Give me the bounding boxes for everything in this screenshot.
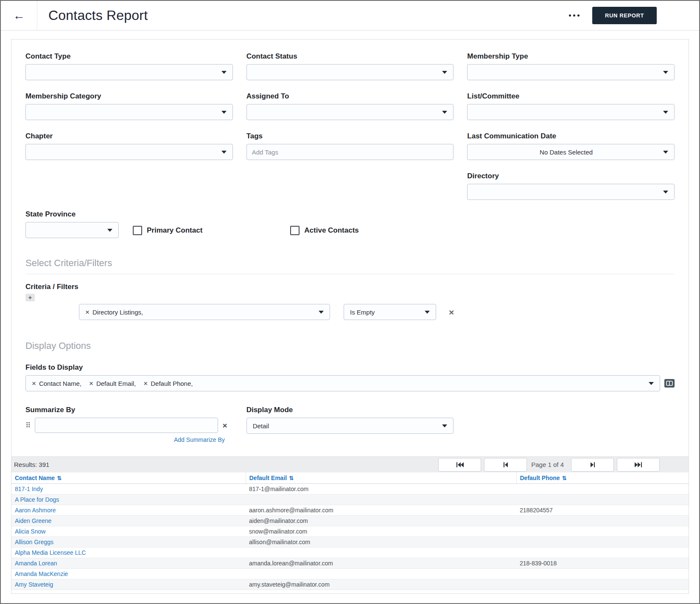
active-contacts-label: Active Contacts [304, 226, 358, 235]
contact-status-select[interactable] [246, 64, 454, 80]
contact-link[interactable]: Amanda Lorean [15, 560, 57, 567]
field-last-communication-date: Last Communication Date No Dates Selecte… [467, 132, 675, 160]
phone-cell [516, 484, 689, 494]
table-columns-icon [666, 381, 673, 386]
display-mode-select[interactable]: Detail [246, 418, 454, 434]
criteria-operator-select[interactable]: Is Empty [344, 304, 436, 320]
email-cell [246, 569, 516, 579]
email-cell: amanda.lorean@mailinator.com [246, 558, 516, 569]
chevron-down-icon [221, 111, 227, 114]
list-committee-select[interactable] [467, 104, 675, 120]
contact-link[interactable]: Amy Staveteig [15, 581, 53, 588]
field-membership-type: Membership Type [467, 52, 675, 80]
clear-summarize-icon[interactable]: × [222, 421, 227, 430]
column-header-default-email[interactable]: Default Email⇅ [246, 472, 516, 484]
table-row: Amy Staveteig amy.staveteig@mailinator.c… [11, 579, 689, 590]
criteria-chip: × Directory Listings, [85, 309, 143, 316]
contact-type-label: Contact Type [25, 52, 233, 61]
criteria-filters-label: Criteria / Filters [25, 283, 675, 291]
contact-link[interactable]: Aaron Ashmore [15, 507, 56, 514]
last-communication-date-select[interactable]: No Dates Selected [467, 144, 675, 160]
add-criteria-button[interactable]: + [25, 294, 35, 301]
chapter-select[interactable] [25, 144, 233, 160]
table-row: Amanda MacKenzie [11, 569, 689, 579]
state-province-select[interactable] [25, 222, 119, 238]
run-report-button[interactable]: RUN REPORT [592, 7, 657, 24]
contact-link[interactable]: Amanda MacKenzie [15, 570, 68, 577]
previous-page-button[interactable] [484, 458, 527, 472]
summarize-by-input[interactable] [35, 418, 218, 433]
column-header-contact-name[interactable]: Contact Name⇅ [11, 472, 246, 484]
active-contacts-checkbox[interactable] [290, 226, 300, 235]
more-options-button[interactable] [565, 10, 584, 21]
table-row: Amanda Lorean amanda.lorean@mailinator.c… [11, 558, 689, 569]
field-chapter: Chapter [25, 132, 233, 160]
sort-icon[interactable]: ⇅ [57, 475, 62, 481]
remove-chip-icon[interactable]: × [89, 380, 93, 387]
contact-link[interactable]: Alicia Snow [15, 528, 45, 535]
field-chip: × Contact Name, [32, 380, 81, 387]
field-state-province: State Province [25, 210, 119, 238]
ellipsis-icon [569, 14, 571, 17]
column-picker-button[interactable] [664, 379, 675, 388]
last-communication-date-label: Last Communication Date [467, 132, 675, 140]
next-page-icon [589, 462, 596, 468]
chevron-down-icon [663, 151, 668, 154]
table-row: Allison Greggs allison@mailinator.com [11, 537, 689, 548]
fields-to-display-row: × Contact Name, × Default Email, × Defau… [25, 375, 675, 391]
field-assigned-to: Assigned To [246, 92, 454, 120]
chevron-down-icon [663, 191, 668, 194]
display-mode-label: Display Mode [246, 406, 454, 414]
report-card: Contact Type Contact Status Membership T… [11, 39, 689, 594]
chevron-down-icon [221, 151, 227, 154]
contact-link[interactable]: 817-1 Indy [15, 486, 43, 492]
chevron-down-icon [663, 71, 668, 74]
contact-link[interactable]: Alpha Media Licensee LLC [15, 549, 86, 556]
membership-type-select[interactable] [467, 64, 675, 80]
sort-icon[interactable]: ⇅ [562, 475, 567, 481]
remove-chip-icon[interactable]: × [32, 380, 36, 387]
results-bar: Results: 391 [11, 456, 689, 472]
column-header-default-phone[interactable]: Default Phone⇅ [516, 472, 689, 484]
chevron-down-icon [649, 382, 654, 385]
field-contact-status: Contact Status [246, 52, 454, 80]
membership-category-select[interactable] [25, 104, 233, 120]
phone-cell [516, 537, 689, 548]
back-button[interactable]: ← [1, 1, 37, 30]
next-page-button[interactable] [571, 458, 614, 472]
field-chip: × Default Phone, [143, 380, 193, 387]
tags-input[interactable] [246, 144, 454, 160]
email-cell: snow@mailinator.com [246, 526, 516, 537]
directory-label: Directory [467, 172, 675, 180]
chevron-down-icon [319, 311, 324, 314]
contact-link[interactable]: Aiden Greene [15, 517, 51, 524]
assigned-to-label: Assigned To [246, 92, 454, 101]
sort-icon[interactable]: ⇅ [289, 475, 294, 481]
remove-chip-icon[interactable]: × [85, 309, 90, 316]
field-directory: Directory [467, 172, 675, 200]
add-summarize-link[interactable]: Add Summarize By [174, 436, 225, 443]
results-count: Results: 391 [14, 461, 49, 468]
field-tags: Tags [246, 132, 454, 160]
first-page-button[interactable] [438, 458, 481, 472]
email-cell: aaron.ashmore@mailinator.com [246, 505, 516, 516]
fields-to-display-select[interactable]: × Contact Name, × Default Email, × Defau… [25, 375, 660, 391]
contact-link[interactable]: A Place for Dogs [15, 496, 59, 503]
contact-type-select[interactable] [25, 64, 233, 80]
assigned-to-select[interactable] [246, 104, 454, 120]
primary-contact-checkbox[interactable] [133, 226, 142, 235]
contact-status-label: Contact Status [246, 52, 454, 61]
remove-criteria-button[interactable]: × [449, 308, 454, 317]
criteria-select[interactable]: × Directory Listings, [79, 304, 330, 320]
chevron-down-icon [107, 229, 112, 232]
report-form: Contact Type Contact Status Membership T… [11, 39, 689, 444]
chevron-down-icon [442, 424, 447, 427]
email-cell [246, 548, 516, 558]
contact-link[interactable]: Allison Greggs [15, 539, 53, 545]
drag-handle-icon[interactable]: ⠿ [25, 421, 31, 430]
chapter-label: Chapter [25, 132, 233, 140]
directory-select[interactable] [467, 184, 675, 200]
results-section: Results: 391 [11, 456, 689, 590]
remove-chip-icon[interactable]: × [143, 380, 148, 387]
last-page-button[interactable] [617, 458, 660, 472]
